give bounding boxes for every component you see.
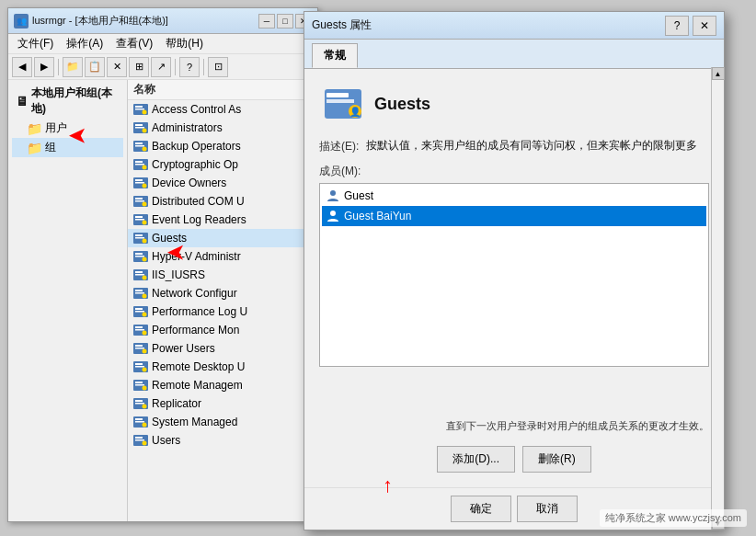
up-button[interactable]: 📁 xyxy=(63,57,83,77)
dialog-body: 👤 Guests 描述(E): 按默认值，来宾用户组的成员有同等访问权，但来宾帐… xyxy=(304,69,724,487)
tree-item-groups[interactable]: 📁 组 xyxy=(12,138,123,157)
left-panel: 🖥 本地用户和组(本地) 📁 用户 📁 组 xyxy=(8,80,128,521)
tab-general[interactable]: 常规 xyxy=(312,43,358,68)
list-item-replicator[interactable]: Replicator xyxy=(128,394,317,413)
list-item-administrators[interactable]: Administrators xyxy=(128,119,317,137)
list-item-iis[interactable]: IIS_IUSRS xyxy=(128,266,317,284)
list-item-access-control[interactable]: Access Control As xyxy=(128,100,317,119)
list-item-access-control-label: Access Control As xyxy=(152,103,241,116)
list-item-users-group[interactable]: Users xyxy=(128,431,317,450)
tree-root-icon: 🖥 xyxy=(16,94,29,108)
svg-rect-61 xyxy=(135,382,143,383)
dialog-help-button[interactable]: ? xyxy=(665,16,689,36)
svg-rect-62 xyxy=(135,384,144,386)
dialog-scrollbar[interactable]: ▲ ▼ xyxy=(711,67,724,530)
svg-point-19 xyxy=(143,184,147,188)
dialog-close-button[interactable]: ✕ xyxy=(693,16,716,36)
list-item-replicator-label: Replicator xyxy=(152,397,201,410)
svg-rect-9 xyxy=(135,143,143,144)
list-item-network[interactable]: Network Configur xyxy=(128,284,317,302)
group-big-icon: 👤 xyxy=(323,84,363,124)
list-item-perf-mon-label: Performance Mon xyxy=(152,324,239,336)
list-item-device-owners[interactable]: Device Owners xyxy=(128,174,317,192)
show-button[interactable]: 📋 xyxy=(85,57,105,77)
svg-rect-30 xyxy=(135,237,144,239)
list-item-perf-mon[interactable]: Performance Mon xyxy=(128,321,317,339)
list-item-system-managed[interactable]: System Managed xyxy=(128,413,317,431)
svg-point-23 xyxy=(143,202,147,207)
list-item-remote-desktop[interactable]: Remote Desktop U xyxy=(128,358,317,376)
group-icon-iis xyxy=(133,268,148,282)
list-item-power[interactable]: Power Users xyxy=(128,339,317,358)
svg-rect-6 xyxy=(135,127,144,129)
main-window-icon: 👥 xyxy=(14,14,29,29)
svg-rect-46 xyxy=(135,311,144,313)
svg-rect-22 xyxy=(135,200,144,202)
new-button[interactable]: ↗ xyxy=(151,57,171,77)
tree-item-groups-label: 组 xyxy=(45,140,56,155)
properties-button[interactable]: ⊞ xyxy=(129,57,149,77)
svg-point-63 xyxy=(143,386,147,391)
group-icon-backup xyxy=(133,139,148,154)
list-item-iis-label: IIS_IUSRS xyxy=(152,268,205,281)
menu-view[interactable]: 查看(V) xyxy=(110,34,158,53)
maximize-button[interactable]: □ xyxy=(277,14,293,29)
svg-rect-1 xyxy=(135,106,143,108)
svg-point-55 xyxy=(143,349,147,354)
svg-rect-2 xyxy=(135,108,144,110)
extra-button[interactable]: ⊡ xyxy=(208,57,228,77)
list-item-remote-mgmt[interactable]: Remote Managem xyxy=(128,376,317,394)
member-guest[interactable]: Guest xyxy=(322,186,706,206)
delete-button[interactable]: ✕ xyxy=(107,57,127,77)
list-item-backup-operators[interactable]: Backup Operators xyxy=(128,137,317,155)
scroll-up-arrow[interactable]: ▲ xyxy=(712,67,725,80)
svg-rect-10 xyxy=(135,145,144,147)
cancel-button[interactable]: 取消 xyxy=(517,496,578,522)
group-icon-event-log xyxy=(133,212,148,227)
list-item-perf-log-label: Performance Log U xyxy=(152,305,247,318)
main-content: 🖥 本地用户和组(本地) 📁 用户 📁 组 名称 Access Control … xyxy=(8,80,317,521)
tree-root-label: 本地用户和组(本地) xyxy=(31,86,120,117)
remove-button[interactable]: 删除(R) xyxy=(522,446,591,473)
svg-rect-54 xyxy=(135,348,144,349)
guests-icon-svg: 👤 xyxy=(323,84,363,124)
list-item-hyper-v[interactable]: Hyper-V Administr xyxy=(128,247,317,266)
desc-text: 按默认值，来宾用户组的成员有同等访问权，但来宾帐户的限制更多 xyxy=(366,137,697,154)
add-button[interactable]: 添加(D)... xyxy=(437,446,515,473)
list-item-event-log[interactable]: Event Log Readers xyxy=(128,211,317,229)
toolbar-separator-3 xyxy=(203,59,204,75)
back-button[interactable]: ◀ xyxy=(12,57,32,77)
list-item-remote-mgmt-label: Remote Managem xyxy=(152,379,243,392)
svg-point-31 xyxy=(143,239,147,244)
list-item-distributed-com[interactable]: Distributed COM U xyxy=(128,192,317,211)
menu-action[interactable]: 操作(A) xyxy=(61,34,109,53)
svg-point-71 xyxy=(143,423,147,428)
svg-point-47 xyxy=(143,313,147,317)
list-item-perf-log[interactable]: Performance Log U xyxy=(128,302,317,321)
list-item-cryptographic[interactable]: Cryptographic Op xyxy=(128,155,317,174)
watermark-text: 纯净系统之家 www.yczjsy.com xyxy=(605,512,741,523)
dialog-tabs: 常规 xyxy=(304,40,724,69)
group-icon-system-managed xyxy=(133,415,148,429)
group-icon-remote-desktop xyxy=(133,359,148,374)
note-text: 直到下一次用户登录时对用户的组成员关系的更改才生效。 xyxy=(319,419,709,433)
svg-rect-58 xyxy=(135,366,144,368)
svg-rect-53 xyxy=(135,345,143,347)
group-icon-access-control xyxy=(133,102,148,117)
member-guest-baiyun[interactable]: Guest BaiYun xyxy=(322,206,706,226)
svg-rect-25 xyxy=(135,216,143,218)
group-icon-distributed xyxy=(133,194,148,209)
tree-root[interactable]: 🖥 本地用户和组(本地) xyxy=(12,84,123,119)
list-item-guests[interactable]: Guests xyxy=(128,229,317,247)
tree-item-users[interactable]: 📁 用户 xyxy=(12,119,123,138)
group-icon-perf-mon xyxy=(133,323,148,337)
menu-help[interactable]: 帮助(H) xyxy=(160,34,209,53)
menu-file[interactable]: 文件(F) xyxy=(12,34,59,53)
ok-button[interactable]: 确定 xyxy=(451,496,511,522)
forward-button[interactable]: ▶ xyxy=(34,57,54,77)
svg-rect-37 xyxy=(135,271,143,273)
minimize-button[interactable]: ─ xyxy=(258,14,275,29)
toolbar-separator-2 xyxy=(175,59,176,75)
help-button[interactable]: ? xyxy=(179,57,200,77)
svg-point-81 xyxy=(330,190,336,196)
